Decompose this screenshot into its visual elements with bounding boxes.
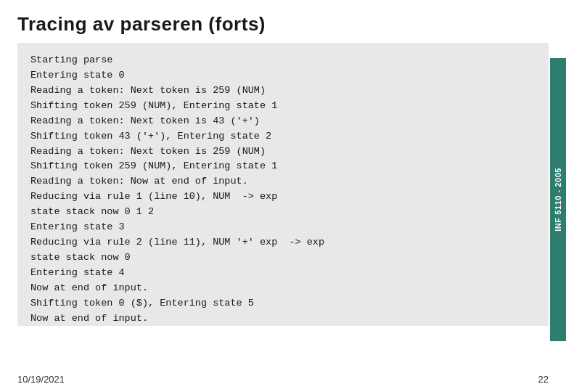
footer-date: 10/19/2021	[17, 374, 65, 385]
sidebar-label: INF 5110 - 2005	[550, 58, 566, 341]
slide-container: Tracing av parseren (forts) Starting par…	[0, 0, 566, 392]
footer-page: 22	[538, 374, 549, 385]
content-area: Starting parse Entering state 0 Reading …	[17, 43, 549, 326]
sidebar-text: INF 5110 - 2005	[554, 168, 562, 232]
code-block: Starting parse Entering state 0 Reading …	[30, 53, 536, 326]
slide-title: Tracing av parseren (forts)	[0, 0, 566, 43]
footer: 10/19/2021 22	[0, 374, 566, 385]
